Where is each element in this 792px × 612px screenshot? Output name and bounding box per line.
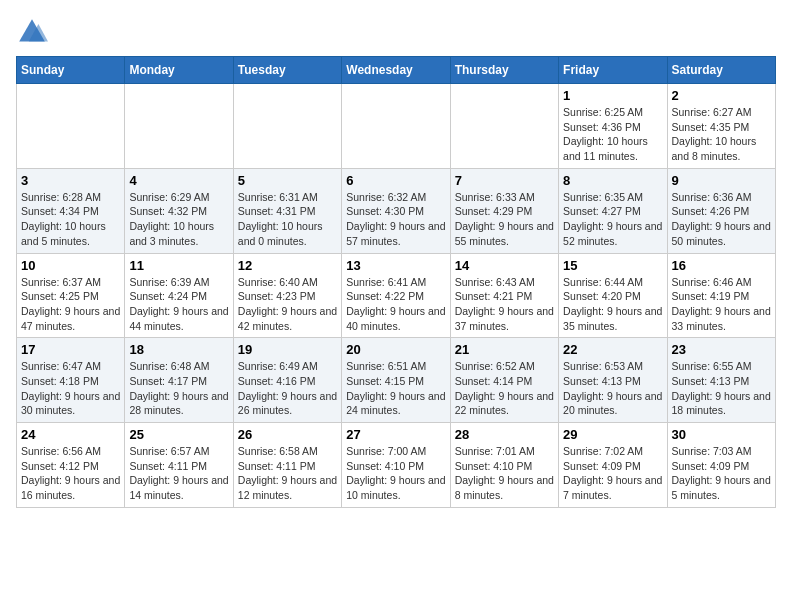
calendar-cell: 18Sunrise: 6:48 AM Sunset: 4:17 PM Dayli… xyxy=(125,338,233,423)
calendar-week-row: 17Sunrise: 6:47 AM Sunset: 4:18 PM Dayli… xyxy=(17,338,776,423)
calendar-cell: 16Sunrise: 6:46 AM Sunset: 4:19 PM Dayli… xyxy=(667,253,775,338)
day-info: Sunrise: 7:00 AM Sunset: 4:10 PM Dayligh… xyxy=(346,444,445,503)
calendar-cell: 19Sunrise: 6:49 AM Sunset: 4:16 PM Dayli… xyxy=(233,338,341,423)
logo xyxy=(16,16,52,48)
calendar-cell: 15Sunrise: 6:44 AM Sunset: 4:20 PM Dayli… xyxy=(559,253,667,338)
day-info: Sunrise: 6:57 AM Sunset: 4:11 PM Dayligh… xyxy=(129,444,228,503)
day-info: Sunrise: 7:02 AM Sunset: 4:09 PM Dayligh… xyxy=(563,444,662,503)
calendar-cell xyxy=(342,84,450,169)
day-number: 14 xyxy=(455,258,554,273)
day-info: Sunrise: 6:43 AM Sunset: 4:21 PM Dayligh… xyxy=(455,275,554,334)
day-number: 29 xyxy=(563,427,662,442)
day-number: 6 xyxy=(346,173,445,188)
calendar-cell: 22Sunrise: 6:53 AM Sunset: 4:13 PM Dayli… xyxy=(559,338,667,423)
day-info: Sunrise: 6:56 AM Sunset: 4:12 PM Dayligh… xyxy=(21,444,120,503)
calendar-cell: 3Sunrise: 6:28 AM Sunset: 4:34 PM Daylig… xyxy=(17,168,125,253)
day-number: 10 xyxy=(21,258,120,273)
day-info: Sunrise: 6:29 AM Sunset: 4:32 PM Dayligh… xyxy=(129,190,228,249)
day-number: 24 xyxy=(21,427,120,442)
calendar-week-row: 1Sunrise: 6:25 AM Sunset: 4:36 PM Daylig… xyxy=(17,84,776,169)
calendar-week-row: 24Sunrise: 6:56 AM Sunset: 4:12 PM Dayli… xyxy=(17,423,776,508)
day-number: 17 xyxy=(21,342,120,357)
calendar-cell: 21Sunrise: 6:52 AM Sunset: 4:14 PM Dayli… xyxy=(450,338,558,423)
day-number: 12 xyxy=(238,258,337,273)
calendar-cell: 9Sunrise: 6:36 AM Sunset: 4:26 PM Daylig… xyxy=(667,168,775,253)
calendar-header-row: SundayMondayTuesdayWednesdayThursdayFrid… xyxy=(17,57,776,84)
calendar-cell: 25Sunrise: 6:57 AM Sunset: 4:11 PM Dayli… xyxy=(125,423,233,508)
calendar-header-tuesday: Tuesday xyxy=(233,57,341,84)
day-number: 8 xyxy=(563,173,662,188)
logo-icon xyxy=(16,16,48,48)
calendar-cell: 17Sunrise: 6:47 AM Sunset: 4:18 PM Dayli… xyxy=(17,338,125,423)
day-info: Sunrise: 6:48 AM Sunset: 4:17 PM Dayligh… xyxy=(129,359,228,418)
calendar-cell: 20Sunrise: 6:51 AM Sunset: 4:15 PM Dayli… xyxy=(342,338,450,423)
calendar-cell: 28Sunrise: 7:01 AM Sunset: 4:10 PM Dayli… xyxy=(450,423,558,508)
day-info: Sunrise: 6:31 AM Sunset: 4:31 PM Dayligh… xyxy=(238,190,337,249)
day-number: 20 xyxy=(346,342,445,357)
day-info: Sunrise: 6:51 AM Sunset: 4:15 PM Dayligh… xyxy=(346,359,445,418)
calendar-header-friday: Friday xyxy=(559,57,667,84)
day-number: 3 xyxy=(21,173,120,188)
day-info: Sunrise: 6:33 AM Sunset: 4:29 PM Dayligh… xyxy=(455,190,554,249)
calendar-header-wednesday: Wednesday xyxy=(342,57,450,84)
day-number: 5 xyxy=(238,173,337,188)
calendar-cell xyxy=(450,84,558,169)
calendar-cell: 29Sunrise: 7:02 AM Sunset: 4:09 PM Dayli… xyxy=(559,423,667,508)
day-info: Sunrise: 7:03 AM Sunset: 4:09 PM Dayligh… xyxy=(672,444,771,503)
day-number: 18 xyxy=(129,342,228,357)
calendar-cell: 1Sunrise: 6:25 AM Sunset: 4:36 PM Daylig… xyxy=(559,84,667,169)
calendar-header-saturday: Saturday xyxy=(667,57,775,84)
day-info: Sunrise: 6:27 AM Sunset: 4:35 PM Dayligh… xyxy=(672,105,771,164)
day-number: 9 xyxy=(672,173,771,188)
day-number: 2 xyxy=(672,88,771,103)
day-number: 11 xyxy=(129,258,228,273)
day-number: 28 xyxy=(455,427,554,442)
day-number: 25 xyxy=(129,427,228,442)
calendar-cell: 10Sunrise: 6:37 AM Sunset: 4:25 PM Dayli… xyxy=(17,253,125,338)
day-info: Sunrise: 6:47 AM Sunset: 4:18 PM Dayligh… xyxy=(21,359,120,418)
day-number: 23 xyxy=(672,342,771,357)
calendar-cell: 30Sunrise: 7:03 AM Sunset: 4:09 PM Dayli… xyxy=(667,423,775,508)
calendar-cell: 12Sunrise: 6:40 AM Sunset: 4:23 PM Dayli… xyxy=(233,253,341,338)
day-info: Sunrise: 6:25 AM Sunset: 4:36 PM Dayligh… xyxy=(563,105,662,164)
calendar-cell: 8Sunrise: 6:35 AM Sunset: 4:27 PM Daylig… xyxy=(559,168,667,253)
calendar-cell: 7Sunrise: 6:33 AM Sunset: 4:29 PM Daylig… xyxy=(450,168,558,253)
day-number: 27 xyxy=(346,427,445,442)
page-header xyxy=(16,16,776,48)
calendar-cell xyxy=(125,84,233,169)
day-info: Sunrise: 6:53 AM Sunset: 4:13 PM Dayligh… xyxy=(563,359,662,418)
day-info: Sunrise: 6:58 AM Sunset: 4:11 PM Dayligh… xyxy=(238,444,337,503)
calendar-cell: 13Sunrise: 6:41 AM Sunset: 4:22 PM Dayli… xyxy=(342,253,450,338)
calendar-cell: 27Sunrise: 7:00 AM Sunset: 4:10 PM Dayli… xyxy=(342,423,450,508)
day-info: Sunrise: 6:52 AM Sunset: 4:14 PM Dayligh… xyxy=(455,359,554,418)
calendar-cell: 23Sunrise: 6:55 AM Sunset: 4:13 PM Dayli… xyxy=(667,338,775,423)
day-info: Sunrise: 6:37 AM Sunset: 4:25 PM Dayligh… xyxy=(21,275,120,334)
day-number: 22 xyxy=(563,342,662,357)
day-info: Sunrise: 6:46 AM Sunset: 4:19 PM Dayligh… xyxy=(672,275,771,334)
calendar-header-monday: Monday xyxy=(125,57,233,84)
day-info: Sunrise: 6:40 AM Sunset: 4:23 PM Dayligh… xyxy=(238,275,337,334)
day-info: Sunrise: 6:44 AM Sunset: 4:20 PM Dayligh… xyxy=(563,275,662,334)
day-info: Sunrise: 6:32 AM Sunset: 4:30 PM Dayligh… xyxy=(346,190,445,249)
day-number: 7 xyxy=(455,173,554,188)
day-number: 19 xyxy=(238,342,337,357)
day-info: Sunrise: 6:49 AM Sunset: 4:16 PM Dayligh… xyxy=(238,359,337,418)
calendar-header-thursday: Thursday xyxy=(450,57,558,84)
day-number: 21 xyxy=(455,342,554,357)
calendar-cell xyxy=(17,84,125,169)
day-info: Sunrise: 6:55 AM Sunset: 4:13 PM Dayligh… xyxy=(672,359,771,418)
day-number: 16 xyxy=(672,258,771,273)
calendar-cell: 2Sunrise: 6:27 AM Sunset: 4:35 PM Daylig… xyxy=(667,84,775,169)
day-number: 15 xyxy=(563,258,662,273)
day-info: Sunrise: 6:36 AM Sunset: 4:26 PM Dayligh… xyxy=(672,190,771,249)
day-info: Sunrise: 6:28 AM Sunset: 4:34 PM Dayligh… xyxy=(21,190,120,249)
day-number: 1 xyxy=(563,88,662,103)
day-number: 30 xyxy=(672,427,771,442)
calendar-header-sunday: Sunday xyxy=(17,57,125,84)
day-info: Sunrise: 7:01 AM Sunset: 4:10 PM Dayligh… xyxy=(455,444,554,503)
day-number: 26 xyxy=(238,427,337,442)
calendar-cell: 6Sunrise: 6:32 AM Sunset: 4:30 PM Daylig… xyxy=(342,168,450,253)
day-number: 4 xyxy=(129,173,228,188)
calendar-cell: 24Sunrise: 6:56 AM Sunset: 4:12 PM Dayli… xyxy=(17,423,125,508)
calendar-week-row: 3Sunrise: 6:28 AM Sunset: 4:34 PM Daylig… xyxy=(17,168,776,253)
